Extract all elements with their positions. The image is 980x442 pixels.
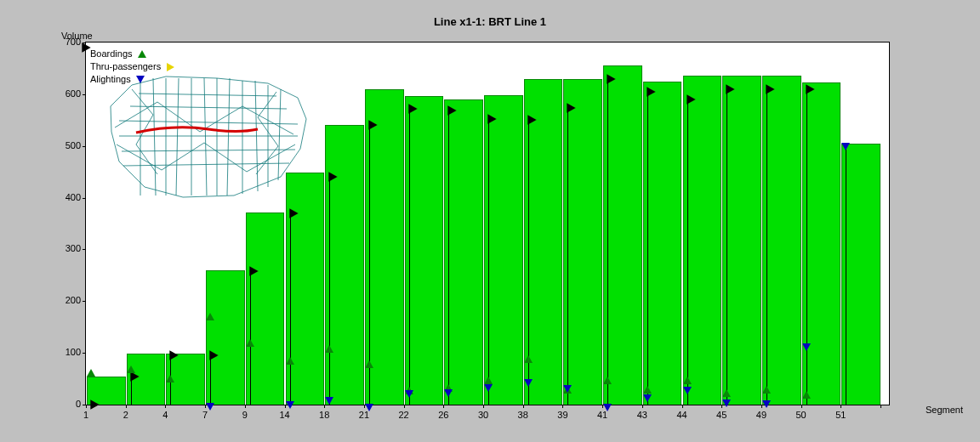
boardings-marker: [127, 366, 135, 373]
alightings-marker: [603, 404, 612, 411]
triangle-down-icon: [136, 76, 145, 83]
bar: [603, 65, 642, 405]
marker-stem: [448, 110, 449, 405]
boardings-marker: [325, 345, 333, 353]
x-axis-label: Segment: [926, 405, 963, 415]
bar: [762, 76, 801, 405]
triangle-up-icon: [138, 50, 146, 58]
alightings-marker: [325, 397, 333, 405]
boardings-marker: [802, 391, 811, 399]
thru-marker: [250, 267, 258, 275]
bar: [325, 125, 364, 405]
boardings-marker: [484, 377, 493, 384]
bar: [643, 82, 682, 405]
thru-marker: [567, 104, 575, 112]
legend-item-boardings: Boardings: [90, 48, 176, 60]
marker-stem: [806, 89, 807, 405]
thru-marker: [488, 115, 496, 123]
marker-stem: [488, 119, 489, 405]
marker-stem: [766, 89, 767, 405]
alightings-marker: [484, 384, 493, 392]
thru-marker: [726, 85, 734, 94]
triangle-right-icon: [167, 63, 174, 71]
inset-map: [106, 68, 311, 204]
bar: [563, 79, 602, 405]
alightings-marker: [643, 394, 652, 402]
boardings-marker: [87, 369, 95, 377]
boardings-marker: [643, 386, 652, 394]
boardings-marker: [365, 360, 373, 368]
alightings-marker: [722, 400, 731, 407]
marker-stem: [210, 355, 211, 405]
boardings-marker: [762, 386, 771, 394]
thru-marker: [329, 173, 337, 181]
marker-stem: [409, 109, 410, 405]
thru-marker: [91, 400, 99, 409]
alightings-marker: [405, 390, 413, 398]
thru-marker: [170, 351, 178, 360]
legend-label: Boardings: [90, 48, 133, 60]
bar: [683, 76, 722, 405]
alightings-marker: [802, 343, 811, 351]
bar: [444, 99, 483, 405]
alightings-marker: [762, 400, 771, 408]
thru-marker: [210, 351, 218, 360]
thru-marker: [766, 85, 774, 94]
boardings-marker: [286, 357, 294, 365]
bar: [484, 95, 523, 405]
marker-stem: [846, 144, 846, 405]
boardings-marker: [246, 339, 254, 347]
marker-stem: [607, 79, 608, 405]
alightings-marker: [286, 401, 294, 409]
thru-marker: [607, 75, 615, 83]
alightings-marker: [841, 143, 850, 150]
alightings-marker: [444, 389, 453, 397]
bar: [722, 76, 761, 405]
thru-marker: [687, 95, 695, 104]
marker-stem: [567, 108, 568, 405]
bar: [246, 212, 285, 405]
thru-marker: [409, 105, 417, 113]
alightings-marker: [563, 385, 572, 393]
marker-stem: [687, 99, 688, 405]
marker-stem: [647, 92, 648, 405]
bar: [405, 96, 444, 405]
thru-marker: [806, 85, 814, 94]
bar: [841, 144, 880, 405]
marker-stem: [290, 213, 291, 405]
boardings-marker: [603, 377, 612, 384]
bar: [365, 89, 404, 405]
alightings-marker: [206, 403, 214, 411]
boardings-marker: [683, 377, 692, 384]
bar: [802, 82, 841, 405]
boardings-marker: [524, 355, 533, 363]
marker-stem: [250, 271, 251, 405]
thru-marker: [528, 116, 536, 124]
thru-marker: [290, 209, 298, 218]
marker-stem: [329, 177, 330, 405]
bar: [206, 270, 245, 405]
thru-marker: [448, 106, 456, 115]
boardings-marker: [206, 313, 214, 320]
boardings-marker: [722, 389, 731, 397]
thru-marker: [647, 88, 655, 96]
alightings-marker: [365, 404, 373, 411]
chart-title: Line x1-1: BRT Line 1: [0, 15, 980, 28]
alightings-marker: [683, 387, 692, 394]
thru-marker: [369, 121, 377, 129]
marker-stem: [726, 89, 727, 405]
boardings-marker: [166, 375, 174, 382]
alightings-marker: [524, 379, 533, 387]
